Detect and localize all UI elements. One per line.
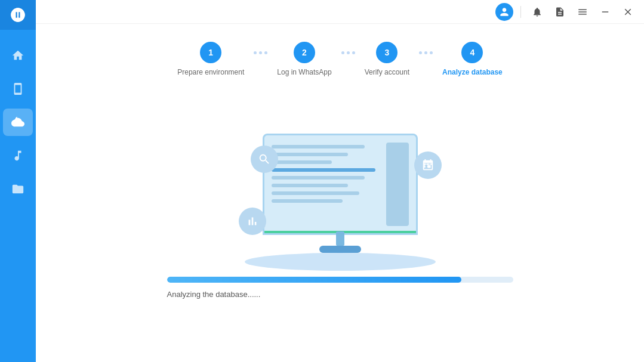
cloud-icon: [11, 116, 24, 129]
minimize-icon: [600, 7, 611, 17]
step-1-label: Prepare environment: [177, 68, 244, 76]
screen-line: [272, 199, 343, 203]
sidebar-item-home[interactable]: [3, 42, 33, 69]
dot: [347, 51, 350, 54]
avatar-icon: [498, 6, 510, 18]
step-3-number: 3: [384, 48, 389, 57]
step-4-number: 4: [470, 48, 475, 57]
step-1-number: 1: [208, 48, 213, 57]
dot: [352, 51, 355, 54]
home-icon: [11, 49, 24, 62]
illustration-area: Analyzing the database......: [60, 88, 620, 362]
screen-content-lines: [272, 143, 381, 226]
docs-button[interactable]: [551, 3, 569, 21]
step-3-circle: 3: [376, 42, 398, 63]
step-dots-3-4: [419, 51, 433, 54]
step-2: 2 Log in WhatsApp: [277, 42, 331, 76]
screen-line: [272, 191, 359, 195]
step-4-label: Analyze database: [442, 68, 503, 76]
screen-sidebar: [386, 143, 409, 226]
step-dots-1-2: [254, 51, 267, 54]
step-3-label: Verify account: [365, 68, 409, 76]
step-1-circle: 1: [200, 42, 221, 63]
sidebar-item-folder[interactable]: [3, 175, 33, 203]
step-2-circle: 2: [294, 42, 315, 63]
main-area: 1 Prepare environment 2 Log in WhatsApp: [36, 0, 644, 362]
screen-line: [272, 160, 332, 164]
monitor-illustration: [227, 134, 454, 265]
step-4-circle: 4: [461, 42, 483, 63]
logo-icon: [10, 7, 26, 23]
screen-line: [272, 153, 349, 156]
menu-icon: [577, 7, 588, 17]
titlebar: [36, 0, 644, 24]
sidebar-item-music[interactable]: [3, 142, 33, 169]
progress-status-text: Analyzing the database......: [167, 290, 513, 299]
dot: [424, 51, 427, 54]
sidebar-nav: [3, 30, 33, 362]
dot: [259, 51, 262, 54]
steps-indicator: 1 Prepare environment 2 Log in WhatsApp: [60, 24, 620, 88]
sidebar: [0, 0, 36, 362]
device-icon: [11, 82, 24, 95]
menu-button[interactable]: [574, 3, 591, 21]
screen-line: [272, 145, 365, 148]
step-3: 3 Verify account: [365, 42, 409, 76]
bell-icon: [532, 7, 543, 17]
music-icon: [11, 149, 24, 162]
dot: [419, 51, 422, 54]
stand-base: [319, 246, 361, 253]
step-dots-2-3: [341, 51, 355, 54]
close-icon: [623, 7, 633, 17]
monitor-stand: [319, 231, 361, 253]
float-chart-icon: [239, 208, 266, 235]
dot: [341, 51, 344, 54]
step-2-number: 2: [302, 48, 307, 57]
screen-line: [272, 176, 365, 180]
float-network-icon: [414, 151, 442, 179]
step-2-label: Log in WhatsApp: [277, 68, 331, 76]
step-4: 4 Analyze database: [442, 42, 503, 76]
notification-button[interactable]: [528, 3, 546, 21]
search-icon: [258, 153, 271, 166]
bar-chart-icon: [246, 215, 259, 228]
content-area: 1 Prepare environment 2 Log in WhatsApp: [36, 24, 644, 362]
float-search-icon: [251, 146, 278, 173]
minimize-button[interactable]: [596, 3, 614, 21]
stand-neck: [336, 231, 344, 246]
sidebar-item-cloud[interactable]: [3, 109, 33, 136]
monitor-shadow: [245, 253, 436, 271]
monitor-screen: [263, 134, 418, 235]
sidebar-item-device[interactable]: [3, 75, 33, 103]
titlebar-divider-1: [520, 6, 521, 18]
progress-bar-container: [167, 277, 513, 283]
screen-line: [272, 168, 376, 172]
progress-section: Analyzing the database......: [155, 277, 525, 317]
progress-bar-fill: [167, 277, 461, 283]
docs-icon: [554, 7, 565, 17]
screen-line: [272, 184, 349, 187]
network-icon: [421, 159, 435, 172]
step-1: 1 Prepare environment: [177, 42, 244, 76]
close-button[interactable]: [619, 3, 637, 21]
user-avatar[interactable]: [495, 3, 513, 21]
folder-icon: [11, 182, 24, 196]
dot: [430, 51, 433, 54]
app-logo[interactable]: [0, 0, 36, 30]
dot: [264, 51, 267, 54]
dot: [254, 51, 257, 54]
